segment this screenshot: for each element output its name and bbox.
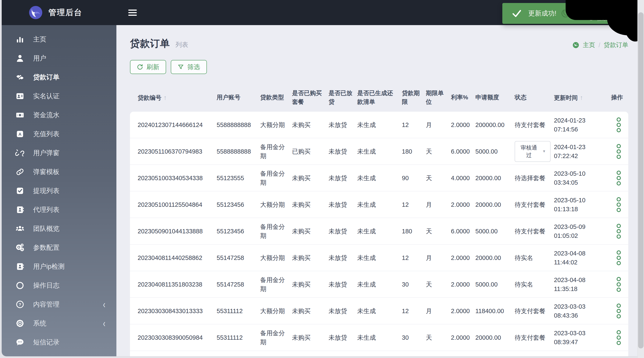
cell-loaned: 未放贷 (328, 227, 357, 236)
cell-type: 备用金分期 (260, 169, 292, 187)
cell-loan_id: 2023050901044133888 (138, 227, 217, 236)
dots-vertical-icon (616, 250, 621, 265)
table-row: 202305100112550486455123456大额分期未购买未放贷未生成… (130, 192, 628, 218)
cell-rate: 2.0000 (451, 253, 475, 262)
cell-purchased: 已购买 (292, 147, 328, 156)
column-header: 贷款类型 (260, 93, 292, 102)
row-actions-button[interactable] (614, 354, 624, 356)
cell-type: 备用金分期 (260, 275, 292, 293)
square-a-icon: A (15, 129, 25, 139)
sidebar-item-13[interactable]: 用户ip检测 (2, 257, 116, 276)
row-actions-button[interactable] (614, 248, 624, 268)
sidebar-item-3[interactable]: 贷款订单 (2, 68, 116, 87)
cell-bill_generated: 未生成 (357, 280, 402, 289)
sidebar-item-14[interactable]: 操作日志 (2, 276, 116, 295)
sidebar-item-4[interactable]: 实名认证 (2, 87, 116, 105)
column-header[interactable]: 贷款编号↑ (138, 93, 217, 102)
cell-account: 55147258 (217, 253, 260, 262)
row-actions-button[interactable] (614, 168, 624, 188)
sidebar-item-label: 资金流水 (33, 111, 60, 120)
page-scrollbar[interactable] (638, 0, 644, 358)
cell-amount: 200000.00 (475, 120, 515, 129)
cell-period: 12 (402, 120, 426, 129)
sidebar-item-15[interactable]: ?内容管理‹ (2, 295, 116, 314)
sidebar-item-12[interactable]: 参数配置 (2, 238, 116, 257)
sidebar-item-17[interactable]: 短信记录 (2, 333, 116, 352)
column-header: 是否已生成还款清单 (357, 89, 402, 106)
table-header-row: 贷款编号↑用户账号贷款类型是否已购买套餐是否已放贷是否已生成还款清单贷款期限期限… (130, 84, 628, 112)
cell-unit: 月 (426, 120, 451, 129)
dashboard-icon (572, 42, 580, 49)
cogs-icon (15, 243, 25, 252)
hamburger-menu-icon[interactable] (126, 8, 139, 18)
cell-rate: 2.0000 (451, 333, 475, 342)
filter-button[interactable]: 筛选 (171, 60, 207, 74)
row-actions-button[interactable] (614, 142, 624, 161)
cell-bill_generated: 未生成 (357, 333, 402, 342)
dots-vertical-icon (616, 170, 621, 186)
status-dropdown[interactable]: 审核通过▼ (515, 141, 550, 162)
breadcrumb-home[interactable]: 主页 (583, 41, 595, 49)
cell-status: 待支付套餐 (515, 120, 554, 129)
address-book-icon (15, 205, 25, 214)
sidebar-item-11[interactable]: 团队概览 (2, 219, 116, 238)
cell-loaned: 未放贷 (328, 120, 357, 129)
row-actions-button[interactable] (614, 115, 624, 135)
page-header: 贷款订单 列表 (130, 25, 628, 50)
row-actions-button[interactable] (614, 301, 624, 321)
row-actions-button[interactable] (614, 222, 624, 241)
cell-purchased: 未购买 (292, 253, 328, 262)
breadcrumb-current: 贷款订单 (604, 41, 628, 49)
page-title: 贷款订单 (130, 37, 170, 50)
sidebar-item-2[interactable]: 用户 (2, 49, 116, 68)
user-icon (15, 54, 25, 63)
sidebar-item-8[interactable]: 弹窗模板 (2, 162, 116, 181)
cell-purchased: 未购买 (292, 333, 328, 342)
cell-type: 大额分期 (260, 200, 292, 209)
table-body: 20240123071446661245588888888大额分期未购买未放贷未… (130, 112, 628, 356)
cell-actions (609, 328, 628, 347)
sidebar-item-16[interactable]: 系统‹ (2, 314, 116, 333)
cell-updated: 2023-04-08 11:35:18 (554, 275, 609, 293)
table-row: 202304081144025886255147258大额分期未购买未放贷未生成… (130, 245, 628, 271)
cell-type: 大额分期 (260, 253, 292, 262)
sidebar-item-6[interactable]: A充值列表 (2, 124, 116, 143)
sidebar-item-5[interactable]: 资金流水 (2, 105, 116, 124)
sidebar-item-label: 用户弹窗 (33, 148, 60, 157)
cell-loan_id: 2023051003340534338 (138, 173, 217, 183)
cell-loan_id: 2024012307144666124 (138, 120, 217, 129)
table-row: 202303030839005098455311112备用金分期未购买未放贷未生… (130, 324, 628, 351)
sidebar-item-18[interactable]: 开发工具‹ (2, 352, 116, 356)
sidebar-item-label: 弹窗模板 (33, 167, 60, 176)
row-actions-button[interactable] (614, 275, 624, 294)
cell-loaned: 未放贷 (328, 173, 357, 183)
refresh-button[interactable]: 刷新 (130, 60, 166, 74)
sidebar-item-10[interactable]: 代理列表 (2, 200, 116, 219)
cell-status: 待选择套餐 (515, 173, 554, 183)
dots-vertical-icon (616, 117, 621, 132)
cell-actions (609, 248, 628, 268)
cell-unit: 月 (426, 200, 451, 209)
cell-purchased: 未购买 (292, 306, 328, 315)
scrollbar-thumb[interactable] (638, 12, 644, 348)
sidebar-item-9[interactable]: 提现列表 (2, 181, 116, 200)
filter-icon (178, 64, 184, 70)
row-actions-button[interactable] (614, 328, 624, 347)
cell-actions (609, 142, 628, 161)
sidebar-item-1[interactable]: 主页 (2, 30, 116, 49)
table-row: 202304081135180323855147258备用金分期未购买未放贷未生… (130, 271, 628, 298)
dots-vertical-icon (616, 224, 621, 239)
cell-period: 90 (402, 173, 426, 183)
cell-loaned: 未放贷 (328, 306, 357, 315)
row-actions-button[interactable] (614, 195, 624, 214)
cell-type: 备用金分期 (260, 222, 292, 240)
cell-period: 180 (402, 227, 426, 236)
cell-loaned: 未放贷 (328, 147, 357, 156)
chevron-left-icon: ‹ (103, 355, 105, 356)
cell-rate: 6.0000 (451, 147, 475, 156)
cell-amount: 20000.00 (475, 200, 515, 209)
cell-actions (609, 168, 628, 188)
sidebar-item-7[interactable]: 用户弹窗 (2, 143, 116, 162)
column-header[interactable]: 更新时间↑ (554, 93, 609, 102)
cell-bill_generated: 未生成 (357, 173, 402, 183)
